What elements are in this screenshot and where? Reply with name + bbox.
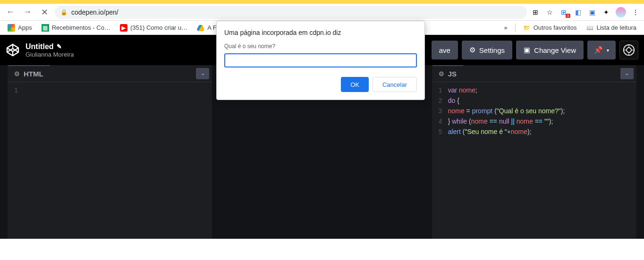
bookmark-apps[interactable]: Apps xyxy=(4,22,36,34)
chevron-down-icon[interactable]: ⌄ xyxy=(196,68,209,79)
html-editor[interactable]: 1 xyxy=(8,82,212,239)
translate-icon[interactable]: ⊞ xyxy=(531,8,540,17)
pen-author[interactable]: Giulianna Moreira xyxy=(25,51,74,58)
dialog-message: Qual é o seu nome? xyxy=(224,43,417,50)
chevron-down-icon: ▾ xyxy=(607,48,609,53)
stop-button[interactable]: ✕ xyxy=(38,6,51,19)
url-text: codepen.io/pen/ xyxy=(71,8,119,16)
html-panel: ⚙ HTML ⌄ 1 xyxy=(8,65,212,239)
user-avatar[interactable] xyxy=(619,41,638,59)
prompt-input[interactable] xyxy=(224,53,417,67)
gear-icon[interactable]: ⚙ xyxy=(439,70,444,77)
back-button[interactable]: ← xyxy=(4,6,17,19)
forward-button[interactable]: → xyxy=(21,6,34,19)
devtools-icon[interactable]: ◧ xyxy=(573,8,583,17)
drive-icon xyxy=(197,24,204,32)
browser-toolbar: ← → ✕ 🔒 codepen.io/pen/ ⊞ ☆ ⊞3 ◧ ▣ ✦ ⋮ xyxy=(0,4,644,21)
other-favorites[interactable]: 📁 Outros favoritos xyxy=(519,22,581,34)
star-icon[interactable]: ☆ xyxy=(545,8,554,17)
lock-icon: 🔒 xyxy=(60,9,68,16)
separator xyxy=(515,24,516,32)
extension-icons: ⊞ ☆ ⊞3 ◧ ▣ ✦ ⋮ xyxy=(531,7,640,17)
html-tab[interactable]: ⚙ HTML xyxy=(8,65,50,82)
prompt-dialog: Uma página incorporada em cdpn.io diz Qu… xyxy=(216,21,425,100)
change-view-button[interactable]: ▣ Change View xyxy=(516,41,584,59)
apps-icon xyxy=(8,24,15,32)
reading-list[interactable]: 📖 Lista de leitura xyxy=(582,22,640,34)
cancel-button[interactable]: Cancelar xyxy=(373,77,417,92)
sheets-icon: ▦ xyxy=(42,24,49,32)
js-panel: ⚙ JS ⌄ 1 2 3 4 5 var nome; do { nome = p… xyxy=(432,65,636,239)
js-gutter: 1 2 3 4 5 xyxy=(432,82,446,239)
dialog-title: Uma página incorporada em cdpn.io diz xyxy=(224,29,417,36)
codepen-logo-icon[interactable] xyxy=(6,43,20,57)
settings-button[interactable]: ⚙ Settings xyxy=(462,41,512,59)
menu-icon[interactable]: ⋮ xyxy=(631,8,640,17)
pin-button[interactable]: 📌 ▾ xyxy=(587,41,616,59)
gear-icon[interactable]: ⚙ xyxy=(14,70,20,77)
html-panel-header: ⚙ HTML ⌄ xyxy=(8,65,212,82)
html-code[interactable] xyxy=(22,82,212,239)
profile-avatar[interactable] xyxy=(616,7,626,17)
puzzle-icon[interactable]: ⊞3 xyxy=(559,8,568,17)
js-tab[interactable]: ⚙ JS xyxy=(432,65,463,82)
bookmark-recebimentos[interactable]: ▦ Recebimentos - Co… xyxy=(38,22,114,34)
chevron-down-icon[interactable]: ⌄ xyxy=(620,68,634,79)
bookmarks-overflow[interactable]: » xyxy=(500,24,511,31)
pin-icon: 📌 xyxy=(594,46,603,54)
pen-title[interactable]: Untitled xyxy=(25,42,54,51)
js-code[interactable]: var nome; do { nome = prompt ("Qual é o … xyxy=(446,82,636,239)
save-button[interactable]: ave xyxy=(432,41,458,59)
extensions-icon[interactable]: ✦ xyxy=(602,8,611,17)
ok-button[interactable]: OK xyxy=(341,77,369,92)
folder-icon: 📁 xyxy=(523,24,531,32)
layout-icon: ▣ xyxy=(524,46,530,54)
youtube-icon: ▶ xyxy=(120,24,127,32)
browser-tabs-strip xyxy=(0,0,644,4)
list-icon: 📖 xyxy=(586,24,593,32)
svg-point-4 xyxy=(627,48,631,52)
gear-icon: ⚙ xyxy=(469,46,475,54)
url-bar[interactable]: 🔒 codepen.io/pen/ xyxy=(55,6,527,19)
js-panel-header: ⚙ JS ⌄ xyxy=(432,65,636,82)
edit-icon[interactable]: ✎ xyxy=(57,43,62,50)
preview-pane[interactable] xyxy=(0,239,644,260)
js-editor[interactable]: 1 2 3 4 5 var nome; do { nome = prompt (… xyxy=(432,82,636,239)
pen-title-block: Untitled ✎ Giulianna Moreira xyxy=(25,42,74,58)
html-gutter: 1 xyxy=(8,82,22,239)
bookmark-youtube[interactable]: ▶ (351) Como criar u… xyxy=(116,22,191,34)
ext-icon[interactable]: ▣ xyxy=(587,8,597,17)
